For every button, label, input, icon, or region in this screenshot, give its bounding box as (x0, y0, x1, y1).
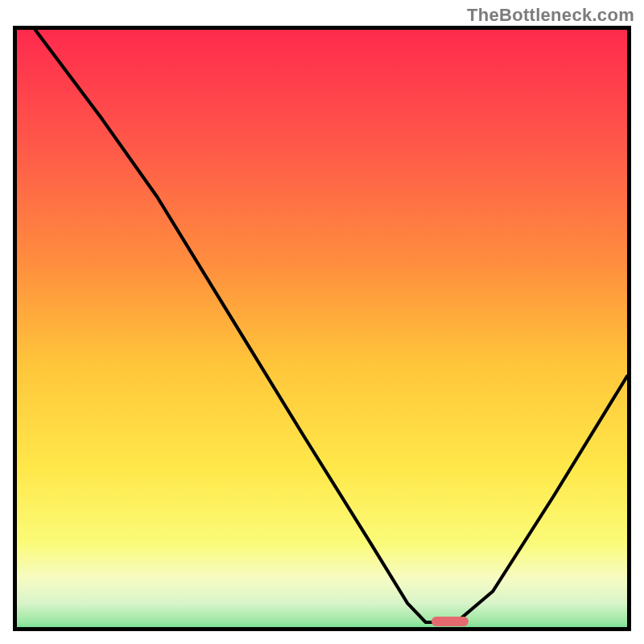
optimal-point-marker (431, 617, 468, 626)
plot-frame (13, 26, 631, 631)
chart-container: TheBottleneck.com (0, 0, 644, 644)
watermark-text: TheBottleneck.com (467, 5, 634, 26)
bottleneck-curve (17, 30, 627, 627)
